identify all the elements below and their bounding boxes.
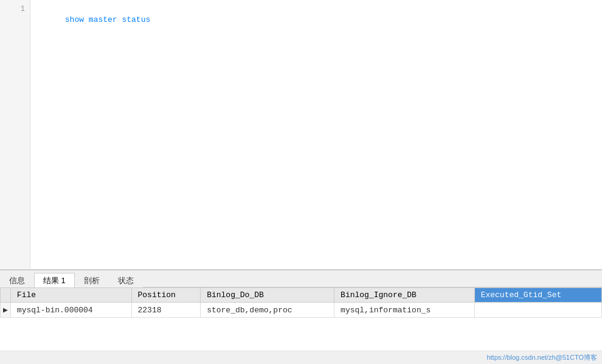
results-area[interactable]: File Position Binlog_Do_DB Binlog_Ignore… <box>0 287 602 351</box>
col-position: Position <box>131 288 201 303</box>
tab-profile[interactable]: 剖析 <box>75 273 109 287</box>
line-number-1: 1 <box>21 4 25 15</box>
bottom-panel: 信息 结果 1 剖析 状态 File Position Binlog_Do_DB… <box>0 270 602 364</box>
keyword-show: show <box>65 15 84 24</box>
tab-info[interactable]: 信息 <box>0 273 34 287</box>
cell-binlog-do-db: store_db,demo,proc <box>201 303 334 318</box>
line-numbers: 1 <box>0 0 30 269</box>
tabs-bar: 信息 结果 1 剖析 状态 <box>0 270 602 287</box>
row-indicator-header <box>1 288 11 303</box>
watermark-url: https://blog.csdn.net/zh <box>486 354 555 361</box>
cell-position: 22318 <box>131 303 201 318</box>
code-area[interactable]: show master status <box>30 0 602 269</box>
col-file: File <box>10 288 131 303</box>
cell-file: mysql-bin.000004 <box>10 303 131 318</box>
tab-status[interactable]: 状态 <box>109 273 143 287</box>
editor-area: 1 show master status <box>0 0 602 270</box>
cell-binlog-ignore-db: mysql,information_s <box>334 303 475 318</box>
table-row: ▶ mysql-bin.000004 22318 store_db,demo,p… <box>1 303 602 318</box>
watermark-text: https://blog.csdn.net/zh@51CTO博客 <box>486 353 597 362</box>
row-arrow: ▶ <box>1 303 11 318</box>
code-space1 <box>84 15 89 24</box>
watermark-bar: https://blog.csdn.net/zh@51CTO博客 <box>0 351 602 364</box>
keyword-master: master <box>89 15 117 24</box>
col-binlog-ignore-db: Binlog_Ignore_DB <box>334 288 475 303</box>
keyword-status: status <box>122 15 150 24</box>
col-binlog-do-db: Binlog_Do_DB <box>201 288 334 303</box>
table-header-row: File Position Binlog_Do_DB Binlog_Ignore… <box>1 288 602 303</box>
code-line-1: show master status <box>36 4 596 36</box>
col-executed-gtid-set: Executed_Gtid_Set <box>474 288 601 303</box>
cell-executed-gtid-set <box>474 303 601 318</box>
results-table: File Position Binlog_Do_DB Binlog_Ignore… <box>0 287 602 318</box>
watermark-suffix: @51CTO博客 <box>556 354 597 361</box>
tab-result1[interactable]: 结果 1 <box>34 273 75 287</box>
